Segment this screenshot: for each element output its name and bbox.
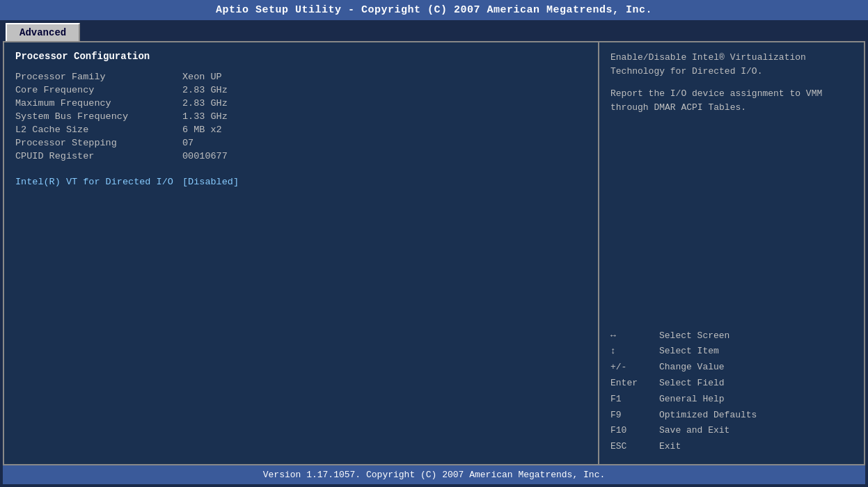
key-name: F10 xyxy=(610,424,659,438)
field-value: 6 MB x2 xyxy=(182,125,222,135)
key-name: F1 xyxy=(610,392,659,407)
key-desc: Optimized Defaults xyxy=(659,408,757,423)
key-row: ↔ Select Screen xyxy=(610,329,853,344)
key-desc: Save and Exit xyxy=(659,424,729,438)
field-label: Maximum Frequency xyxy=(15,98,182,109)
field-label: Core Frequency xyxy=(15,85,182,95)
key-row: F10 Save and Exit xyxy=(610,424,853,438)
table-row: Maximum Frequency 2.83 GHz xyxy=(15,98,587,109)
section-title: Processor Configuration xyxy=(15,51,587,62)
field-value: 1.33 GHz xyxy=(182,111,228,122)
key-name: ↔ xyxy=(610,329,659,344)
key-desc: Exit xyxy=(659,440,681,454)
key-row: F9 Optimized Defaults xyxy=(610,408,853,423)
key-row: ↕ Select Item xyxy=(610,344,853,359)
field-label: Processor Stepping xyxy=(15,138,182,148)
key-row: ESC Exit xyxy=(610,440,853,454)
right-panel: Enable/Disable Intel® Virtualization Tec… xyxy=(599,42,864,464)
field-value: 07 xyxy=(182,138,194,148)
main-content: Processor Configuration Processor Family… xyxy=(3,41,865,465)
key-name: F9 xyxy=(610,408,659,423)
field-value: 2.83 GHz xyxy=(182,98,228,109)
table-row: L2 Cache Size 6 MB x2 xyxy=(15,125,587,135)
field-value: 00010677 xyxy=(182,151,228,161)
table-row: Processor Family Xeon UP xyxy=(15,72,587,82)
table-row: Core Frequency 2.83 GHz xyxy=(15,85,587,95)
key-row: F1 General Help xyxy=(610,392,853,407)
setting-label: Intel(R) VT for Directed I/O xyxy=(15,177,182,187)
footer: Version 1.17.1057. Copyright (C) 2007 Am… xyxy=(3,465,865,484)
key-desc: Change Value xyxy=(659,360,725,375)
field-label: CPUID Register xyxy=(15,151,182,161)
key-desc: General Help xyxy=(659,392,725,407)
processor-fields: Processor Family Xeon UP Core Frequency … xyxy=(15,72,587,161)
help-text-1: Enable/Disable Intel® Virtualization Tec… xyxy=(610,51,853,79)
key-desc: Select Item xyxy=(659,344,719,359)
key-row: Enter Select Field xyxy=(610,376,853,391)
table-row: CPUID Register 00010677 xyxy=(15,151,587,161)
field-value: 2.83 GHz xyxy=(182,85,228,95)
field-label: Processor Family xyxy=(15,72,182,82)
key-name: +/- xyxy=(610,360,659,375)
table-row: Processor Stepping 07 xyxy=(15,138,587,148)
field-label: System Bus Frequency xyxy=(15,111,182,122)
key-name: ↕ xyxy=(610,344,659,359)
setting-value: [Disabled] xyxy=(182,177,239,187)
table-row: System Bus Frequency 1.33 GHz xyxy=(15,111,587,122)
key-help-section: ↔ Select Screen ↕ Select Item +/- Change… xyxy=(610,329,853,456)
left-panel: Processor Configuration Processor Family… xyxy=(4,42,599,464)
field-label: L2 Cache Size xyxy=(15,125,182,135)
vt-setting-row[interactable]: Intel(R) VT for Directed I/O [Disabled] xyxy=(15,177,587,187)
help-text-2: Report the I/O device assignment to VMM … xyxy=(610,87,853,115)
title-bar: Aptio Setup Utility - Copyright (C) 2007… xyxy=(0,0,868,20)
tab-bar: Advanced xyxy=(0,20,868,41)
key-name: ESC xyxy=(610,440,659,454)
key-name: Enter xyxy=(610,376,659,391)
key-row: +/- Change Value xyxy=(610,360,853,375)
key-desc: Select Field xyxy=(659,376,725,391)
tab-advanced[interactable]: Advanced xyxy=(6,23,80,41)
key-desc: Select Screen xyxy=(659,329,729,344)
field-value: Xeon UP xyxy=(182,72,222,82)
